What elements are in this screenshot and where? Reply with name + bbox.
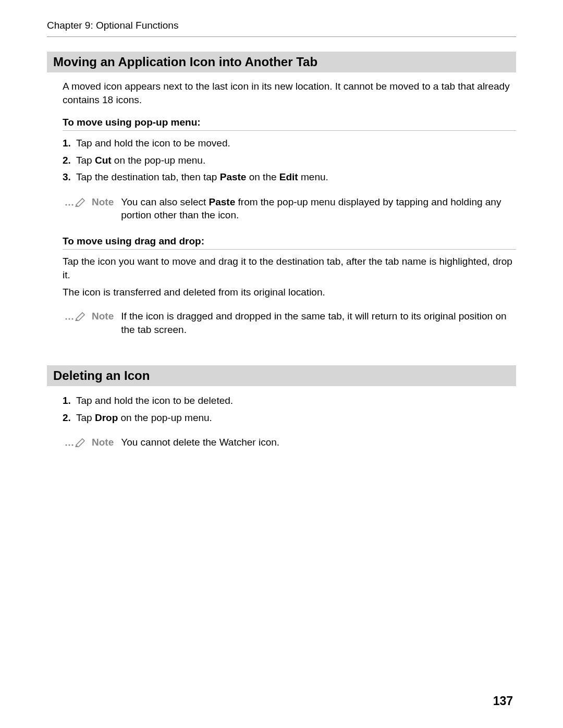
sub-heading-popup: To move using pop-up menu:: [63, 117, 516, 131]
step-item: 2. Tap Cut on the pop-up menu.: [63, 153, 516, 168]
svg-point-8: [71, 445, 73, 446]
step-item: 1. Tap and hold the icon to be moved.: [63, 136, 516, 151]
section-heading-deleting-icon: Deleting an Icon: [47, 365, 516, 386]
step-text: Tap Drop on the pop-up menu.: [76, 412, 212, 423]
step-number: 2.: [63, 153, 71, 168]
step-text: Tap and hold the icon to be deleted.: [76, 395, 233, 406]
svg-point-3: [65, 318, 67, 319]
dragdrop-para2: The icon is transferred and deleted from…: [63, 286, 516, 299]
steps-popup: 1. Tap and hold the icon to be moved. 2.…: [63, 136, 516, 185]
step-text: Tap Cut on the pop-up menu.: [76, 155, 205, 166]
note-pencil-icon: [63, 310, 88, 322]
step-number: 1.: [63, 136, 71, 151]
svg-point-6: [65, 445, 67, 446]
note-text: If the icon is dragged and dropped in th…: [121, 310, 516, 336]
note-pencil-icon: [63, 195, 88, 208]
step-item: 2. Tap Drop on the pop-up menu.: [63, 411, 516, 426]
running-head: Chapter 9: Optional Functions: [47, 20, 516, 37]
page: Chapter 9: Optional Functions Moving an …: [0, 0, 563, 728]
svg-point-1: [68, 204, 70, 205]
section2-body: 1. Tap and hold the icon to be deleted. …: [63, 393, 516, 449]
note-block: Note If the icon is dragged and dropped …: [63, 310, 516, 336]
note-block: Note You can also select Paste from the …: [63, 195, 516, 222]
svg-point-7: [68, 445, 70, 446]
step-text: Tap the destination tab, then tap Paste …: [76, 171, 328, 182]
page-number: 137: [493, 694, 513, 708]
note-label: Note: [92, 436, 117, 449]
note-label: Note: [92, 195, 117, 209]
note-text: You can also select Paste from the pop-u…: [121, 195, 516, 222]
note-block: Note You cannot delete the Watcher icon.: [63, 436, 516, 449]
note-label: Note: [92, 310, 117, 323]
step-item: 3. Tap the destination tab, then tap Pas…: [63, 170, 516, 185]
steps-delete: 1. Tap and hold the icon to be deleted. …: [63, 393, 516, 425]
section-heading-moving-icon: Moving an Application Icon into Another …: [47, 52, 516, 72]
step-number: 3.: [63, 170, 71, 185]
step-number: 1.: [63, 393, 71, 409]
svg-point-5: [71, 318, 73, 319]
svg-point-0: [65, 204, 67, 205]
note-pencil-icon: [63, 436, 88, 448]
step-text: Tap and hold the icon to be moved.: [76, 138, 230, 149]
svg-point-4: [68, 318, 70, 319]
section1-body: A moved icon appears next to the last ic…: [63, 80, 516, 336]
section1-intro: A moved icon appears next to the last ic…: [63, 80, 516, 106]
sub-heading-dragdrop: To move using drag and drop:: [63, 236, 516, 250]
step-number: 2.: [63, 411, 71, 426]
dragdrop-para1: Tap the icon you want to move and drag i…: [63, 255, 516, 281]
note-text: You cannot delete the Watcher icon.: [121, 436, 516, 449]
svg-point-2: [71, 204, 73, 205]
step-item: 1. Tap and hold the icon to be deleted.: [63, 393, 516, 409]
